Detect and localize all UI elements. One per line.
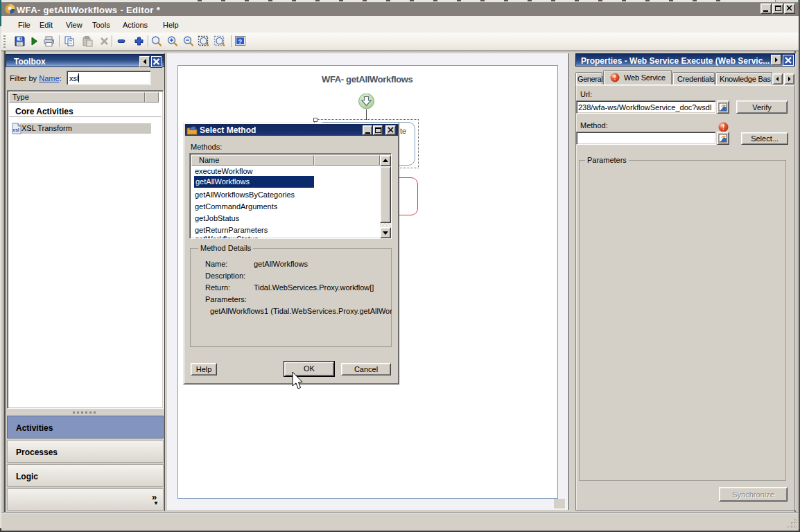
- svg-text:xsl: xsl: [12, 127, 19, 132]
- svg-text:?: ?: [238, 38, 243, 45]
